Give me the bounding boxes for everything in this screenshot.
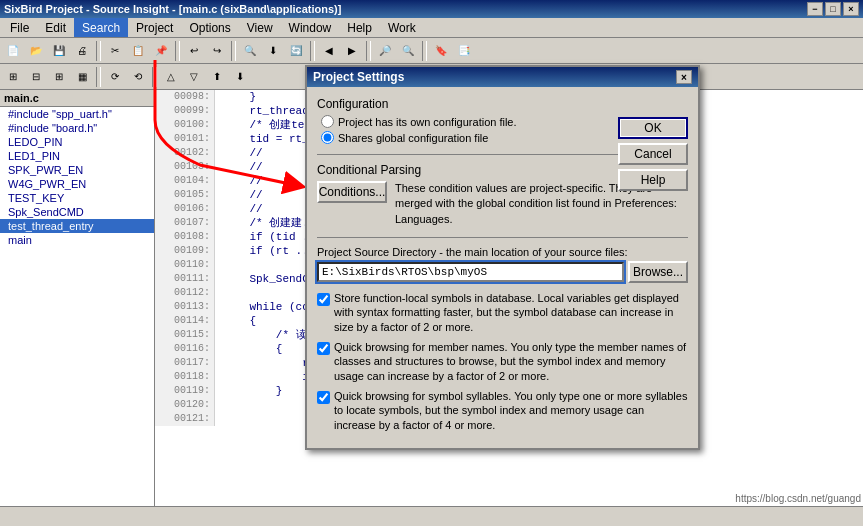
cancel-button[interactable]: Cancel (618, 143, 688, 165)
tb2-btn1[interactable]: ⊞ (2, 66, 24, 88)
source-dir-input[interactable] (317, 262, 624, 282)
sidebar-item-4[interactable]: SPK_PWR_EN (0, 163, 154, 177)
line-code: } (215, 90, 256, 104)
sidebar-item-7[interactable]: Spk_SendCMD (0, 205, 154, 219)
open-btn[interactable]: 📂 (25, 40, 47, 62)
source-dir-row: Browse... (317, 261, 688, 283)
line-number: 00108: (155, 230, 215, 244)
line-number: 00106: (155, 202, 215, 216)
sidebar-item-6[interactable]: TEST_KEY (0, 191, 154, 205)
tb2-btn10[interactable]: ⬇ (229, 66, 251, 88)
line-number: 00118: (155, 370, 215, 384)
toolbar-1: 📄 📂 💾 🖨 ✂ 📋 📌 ↩ ↪ 🔍 ⬇ 🔄 ◀ ▶ 🔎 🔍 🔖 📑 (0, 38, 863, 64)
tb2-btn2[interactable]: ⊟ (25, 66, 47, 88)
configuration-label: Configuration (317, 97, 688, 111)
divider2 (317, 237, 688, 238)
line-number: 00101: (155, 132, 215, 146)
search-btn[interactable]: 🔍 (239, 40, 261, 62)
line-number: 00113: (155, 300, 215, 314)
line-code: // (215, 160, 263, 174)
new-btn[interactable]: 📄 (2, 40, 24, 62)
line-number: 00114: (155, 314, 215, 328)
checkbox2-input[interactable] (317, 342, 330, 355)
line-number: 00105: (155, 188, 215, 202)
radio2-input[interactable] (321, 131, 334, 144)
sidebar-header: main.c (0, 90, 154, 107)
tb2-btn8[interactable]: ▽ (183, 66, 205, 88)
print-btn[interactable]: 🖨 (71, 40, 93, 62)
undo-btn[interactable]: ↩ (183, 40, 205, 62)
bookmark2-btn[interactable]: 📑 (453, 40, 475, 62)
checkbox1-row: Store function-local symbols in database… (317, 291, 688, 334)
menu-search[interactable]: Search (74, 18, 128, 37)
radio1-input[interactable] (321, 115, 334, 128)
sep4 (310, 41, 315, 61)
copy-btn[interactable]: 📋 (127, 40, 149, 62)
sidebar-item-0[interactable]: #include "spp_uart.h" (0, 107, 154, 121)
menu-file[interactable]: File (2, 18, 37, 37)
browse-button[interactable]: Browse... (628, 261, 688, 283)
line-code (215, 412, 223, 426)
dialog-close-btn[interactable]: × (676, 70, 692, 84)
dialog-title-bar: Project Settings × (307, 67, 698, 87)
line-number: 00116: (155, 342, 215, 356)
sidebar-item-2[interactable]: LEDO_PIN (0, 135, 154, 149)
line-number: 00100: (155, 118, 215, 132)
sep1 (96, 41, 101, 61)
sidebar-item-9[interactable]: main (0, 233, 154, 247)
zoom-in-btn[interactable]: 🔎 (374, 40, 396, 62)
zoom-out-btn[interactable]: 🔍 (397, 40, 419, 62)
menu-view[interactable]: View (239, 18, 281, 37)
maximize-btn[interactable]: □ (825, 2, 841, 16)
line-number: 00103: (155, 160, 215, 174)
conditions-button[interactable]: Conditions... (317, 181, 387, 203)
project-settings-dialog[interactable]: Project Settings × OK Cancel Help Config… (305, 65, 700, 450)
ok-button[interactable]: OK (618, 117, 688, 139)
menu-edit[interactable]: Edit (37, 18, 74, 37)
bookmark-btn[interactable]: 🔖 (430, 40, 452, 62)
menu-window[interactable]: Window (281, 18, 340, 37)
status-bar (0, 506, 863, 526)
save-btn[interactable]: 💾 (48, 40, 70, 62)
checkbox1-text: Store function-local symbols in database… (334, 291, 688, 334)
sep2 (175, 41, 180, 61)
close-btn[interactable]: × (843, 2, 859, 16)
replace-btn[interactable]: 🔄 (285, 40, 307, 62)
line-code: { (215, 342, 282, 356)
line-number: 00117: (155, 356, 215, 370)
checkbox2-text: Quick browsing for member names. You onl… (334, 340, 688, 383)
menu-options[interactable]: Options (181, 18, 238, 37)
checkbox3-input[interactable] (317, 391, 330, 404)
checkbox2-row: Quick browsing for member names. You onl… (317, 340, 688, 383)
paste-btn[interactable]: 📌 (150, 40, 172, 62)
tb2-btn5[interactable]: ⟳ (104, 66, 126, 88)
dialog-title-text: Project Settings (313, 70, 676, 84)
help-button[interactable]: Help (618, 169, 688, 191)
sidebar-item-1[interactable]: #include "board.h" (0, 121, 154, 135)
sidebar-item-8[interactable]: test_thread_entry (0, 219, 154, 233)
tb2-btn3[interactable]: ⊞ (48, 66, 70, 88)
line-number: 00107: (155, 216, 215, 230)
find-next-btn[interactable]: ⬇ (262, 40, 284, 62)
redo-btn[interactable]: ↪ (206, 40, 228, 62)
minimize-btn[interactable]: − (807, 2, 823, 16)
tb2-btn4[interactable]: ▦ (71, 66, 93, 88)
line-number: 00098: (155, 90, 215, 104)
sep7 (96, 67, 101, 87)
menu-work[interactable]: Work (380, 18, 424, 37)
tb2-btn7[interactable]: △ (160, 66, 182, 88)
tb2-btn9[interactable]: ⬆ (206, 66, 228, 88)
back-btn[interactable]: ◀ (318, 40, 340, 62)
line-number: 00104: (155, 174, 215, 188)
menu-help[interactable]: Help (339, 18, 380, 37)
cut-btn[interactable]: ✂ (104, 40, 126, 62)
line-number: 00110: (155, 258, 215, 272)
radio2-text: Shares global configuration file (338, 132, 488, 144)
menu-project[interactable]: Project (128, 18, 181, 37)
sidebar-item-3[interactable]: LED1_PIN (0, 149, 154, 163)
sidebar-item-5[interactable]: W4G_PWR_EN (0, 177, 154, 191)
line-code: { (215, 314, 256, 328)
forward-btn[interactable]: ▶ (341, 40, 363, 62)
tb2-btn6[interactable]: ⟲ (127, 66, 149, 88)
checkbox1-input[interactable] (317, 293, 330, 306)
